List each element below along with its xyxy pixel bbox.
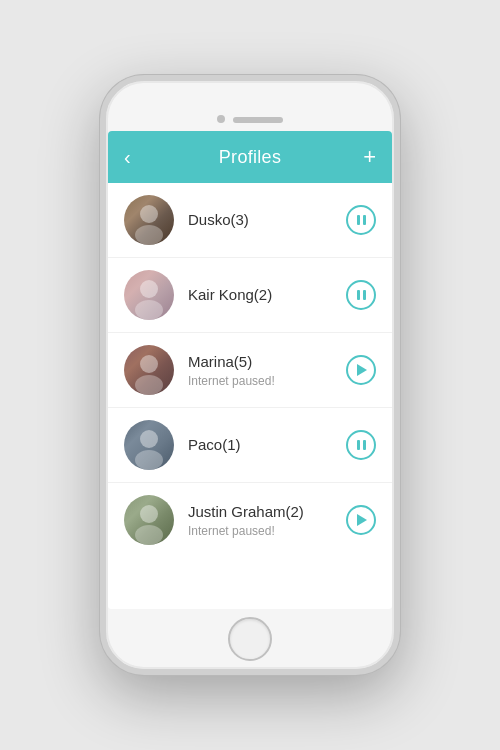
phone-camera [217, 115, 225, 123]
pause-icon [357, 290, 366, 300]
phone-top-bar [106, 81, 394, 131]
profile-action-paco[interactable] [346, 430, 376, 460]
svg-point-0 [140, 205, 158, 223]
svg-point-7 [135, 450, 163, 470]
back-button[interactable]: ‹ [124, 146, 148, 169]
svg-point-9 [135, 525, 163, 545]
profile-name-paco: Paco(1) [188, 435, 346, 455]
profile-name-dusko: Dusko(3) [188, 210, 346, 230]
profile-item-justin[interactable]: Justin Graham(2)Internet paused! [108, 483, 392, 557]
profile-info-marina: Marina(5)Internet paused! [188, 352, 346, 388]
svg-point-2 [140, 280, 158, 298]
profile-item-paco[interactable]: Paco(1) [108, 408, 392, 483]
profile-name-kair: Kair Kong(2) [188, 285, 346, 305]
phone-speaker [233, 117, 283, 123]
svg-point-3 [135, 300, 163, 320]
page-title: Profiles [219, 147, 281, 168]
app-header: ‹ Profiles + [108, 131, 392, 183]
svg-point-4 [140, 355, 158, 373]
svg-point-5 [135, 375, 163, 395]
profile-item-kair[interactable]: Kair Kong(2) [108, 258, 392, 333]
profile-action-kair[interactable] [346, 280, 376, 310]
profile-name-marina: Marina(5) [188, 352, 346, 372]
screen: ‹ Profiles + Dusko(3) Kair Kong(2) Marin… [108, 131, 392, 609]
svg-point-6 [140, 430, 158, 448]
profile-item-marina[interactable]: Marina(5)Internet paused! [108, 333, 392, 408]
profile-status-justin: Internet paused! [188, 524, 346, 538]
avatar-kair [124, 270, 174, 320]
add-profile-button[interactable]: + [352, 144, 376, 170]
pause-icon [357, 440, 366, 450]
profile-item-dusko[interactable]: Dusko(3) [108, 183, 392, 258]
pause-icon [357, 215, 366, 225]
avatar-dusko [124, 195, 174, 245]
phone-bottom-bar [228, 609, 272, 669]
profile-status-marina: Internet paused! [188, 374, 346, 388]
profile-name-justin: Justin Graham(2) [188, 502, 346, 522]
svg-point-8 [140, 505, 158, 523]
phone-frame: ‹ Profiles + Dusko(3) Kair Kong(2) Marin… [100, 75, 400, 675]
home-button[interactable] [228, 617, 272, 661]
profile-action-justin[interactable] [346, 505, 376, 535]
play-icon [357, 514, 367, 526]
play-icon [357, 364, 367, 376]
profile-info-justin: Justin Graham(2)Internet paused! [188, 502, 346, 538]
avatar-paco [124, 420, 174, 470]
profile-info-kair: Kair Kong(2) [188, 285, 346, 305]
avatar-justin [124, 495, 174, 545]
avatar-marina [124, 345, 174, 395]
profile-info-paco: Paco(1) [188, 435, 346, 455]
profile-info-dusko: Dusko(3) [188, 210, 346, 230]
svg-point-1 [135, 225, 163, 245]
profile-list: Dusko(3) Kair Kong(2) Marina(5)Internet … [108, 183, 392, 609]
profile-action-dusko[interactable] [346, 205, 376, 235]
profile-action-marina[interactable] [346, 355, 376, 385]
